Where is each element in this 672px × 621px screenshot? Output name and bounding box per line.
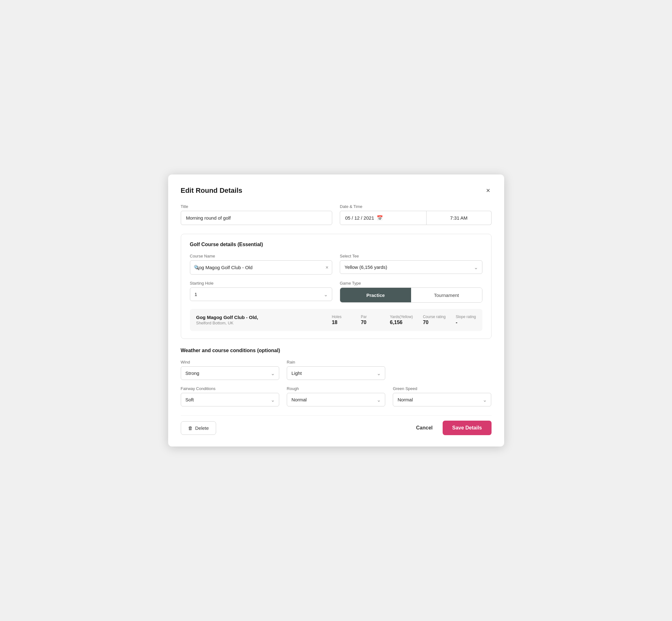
fairway-group: Fairway Conditions Soft Firm Normal ⌄: [181, 386, 279, 406]
slope-rating-value: -: [456, 320, 457, 325]
course-info-location: Shelford Bottom, UK: [196, 321, 322, 325]
rough-label: Rough: [287, 386, 385, 391]
course-name-group: Course Name 🔍 ×: [190, 254, 333, 275]
datetime-field-group: Date & Time 05 / 12 / 2021 📅 7:31 AM: [340, 204, 492, 225]
rain-wrap: Light Heavy None ⌄: [287, 366, 385, 380]
search-icon: 🔍: [194, 265, 200, 271]
datetime-inputs: 05 / 12 / 2021 📅 7:31 AM: [340, 211, 492, 225]
cancel-button[interactable]: Cancel: [414, 421, 435, 434]
title-input[interactable]: [181, 211, 333, 225]
time-value: 7:31 AM: [450, 215, 468, 220]
select-tee-wrap: Yellow (6,156 yards) White Red ⌄: [340, 260, 482, 274]
game-type-label: Game Type: [340, 281, 482, 286]
select-tee-group: Select Tee Yellow (6,156 yards) White Re…: [340, 254, 482, 275]
select-tee-dropdown[interactable]: Yellow (6,156 yards) White Red: [340, 260, 482, 274]
yards-label: Yards(Yellow): [390, 315, 413, 319]
fairway-wrap: Soft Firm Normal ⌄: [181, 393, 279, 406]
hole-gametype-row: Starting Hole 1 2 10 ⌄ Game Type Practic…: [190, 281, 482, 303]
trash-icon: 🗑: [188, 425, 193, 431]
wind-label: Wind: [181, 360, 279, 365]
wind-group: Wind Strong Light None ⌄: [181, 360, 279, 380]
yards-value: 6,156: [390, 320, 403, 325]
green-speed-label: Green Speed: [393, 386, 491, 391]
green-speed-dropdown[interactable]: Normal Fast Slow: [393, 393, 491, 406]
course-info-name-block: Gog Magog Golf Club - Old, Shelford Bott…: [196, 315, 322, 325]
save-button[interactable]: Save Details: [443, 421, 491, 435]
fairway-dropdown[interactable]: Soft Firm Normal: [181, 393, 279, 406]
rain-dropdown[interactable]: Light Heavy None: [287, 366, 385, 380]
course-name-input-wrap: 🔍 ×: [190, 260, 333, 275]
delete-label: Delete: [195, 425, 209, 431]
practice-toggle-button[interactable]: Practice: [340, 288, 411, 302]
course-info-row: Gog Magog Golf Club - Old, Shelford Bott…: [190, 309, 482, 331]
course-stat-par: Par 70: [361, 315, 380, 325]
rain-group: Rain Light Heavy None ⌄: [287, 360, 385, 380]
tournament-toggle-button[interactable]: Tournament: [411, 288, 482, 302]
conditions-section: Weather and course conditions (optional)…: [181, 348, 492, 406]
edit-round-modal: Edit Round Details × Title Date & Time 0…: [168, 174, 504, 447]
fairway-label: Fairway Conditions: [181, 386, 279, 391]
rough-wrap: Normal Thick Thin ⌄: [287, 393, 385, 406]
rough-dropdown[interactable]: Normal Thick Thin: [287, 393, 385, 406]
course-name-clear-button[interactable]: ×: [326, 265, 328, 271]
game-type-toggle: Practice Tournament: [340, 287, 482, 303]
course-name-input[interactable]: [190, 260, 333, 275]
holes-value: 18: [332, 320, 338, 325]
course-name-label: Course Name: [190, 254, 333, 258]
holes-label: Holes: [332, 315, 342, 319]
green-speed-group: Green Speed Normal Fast Slow ⌄: [393, 386, 491, 406]
time-input[interactable]: 7:31 AM: [426, 211, 491, 225]
wind-dropdown[interactable]: Strong Light None: [181, 366, 279, 380]
footer-right: Cancel Save Details: [414, 421, 492, 435]
course-stat-yards: Yards(Yellow) 6,156: [390, 315, 413, 325]
title-field-group: Title: [181, 204, 333, 225]
course-stat-course-rating: Course rating 70: [423, 315, 446, 325]
course-rating-label: Course rating: [423, 315, 446, 319]
golf-course-title: Golf Course details (Essential): [190, 242, 482, 247]
rain-label: Rain: [287, 360, 385, 365]
course-stat-holes: Holes 18: [332, 315, 351, 325]
green-speed-wrap: Normal Fast Slow ⌄: [393, 393, 491, 406]
calendar-icon: 📅: [377, 215, 383, 221]
wind-rain-row: Wind Strong Light None ⌄ Rain Light Heav…: [181, 360, 492, 380]
wind-wrap: Strong Light None ⌄: [181, 366, 279, 380]
starting-hole-wrap: 1 2 10 ⌄: [190, 287, 333, 301]
title-label: Title: [181, 204, 333, 209]
delete-button[interactable]: 🗑 Delete: [181, 421, 216, 435]
course-info-name: Gog Magog Golf Club - Old,: [196, 315, 322, 320]
golf-course-section: Golf Course details (Essential) Course N…: [181, 234, 492, 339]
rough-group: Rough Normal Thick Thin ⌄: [287, 386, 385, 406]
starting-hole-group: Starting Hole 1 2 10 ⌄: [190, 281, 333, 303]
par-value: 70: [361, 320, 367, 325]
datetime-label: Date & Time: [340, 204, 492, 209]
date-value: 05 / 12 / 2021: [345, 215, 374, 220]
select-tee-label: Select Tee: [340, 254, 482, 258]
modal-header: Edit Round Details ×: [181, 186, 492, 195]
starting-hole-label: Starting Hole: [190, 281, 333, 286]
course-stat-slope-rating: Slope rating -: [456, 315, 476, 325]
course-tee-row: Course Name 🔍 × Select Tee Yellow (6,156…: [190, 254, 482, 275]
course-rating-value: 70: [423, 320, 428, 325]
fairway-rough-green-row: Fairway Conditions Soft Firm Normal ⌄ Ro…: [181, 386, 492, 406]
conditions-title: Weather and course conditions (optional): [181, 348, 492, 354]
game-type-group: Game Type Practice Tournament: [340, 281, 482, 303]
footer-row: 🗑 Delete Cancel Save Details: [181, 415, 492, 435]
slope-rating-label: Slope rating: [456, 315, 476, 319]
modal-title: Edit Round Details: [181, 187, 243, 195]
par-label: Par: [361, 315, 367, 319]
date-input[interactable]: 05 / 12 / 2021 📅: [340, 211, 426, 225]
top-row: Title Date & Time 05 / 12 / 2021 📅 7:31 …: [181, 204, 492, 225]
close-button[interactable]: ×: [485, 186, 492, 195]
starting-hole-dropdown[interactable]: 1 2 10: [190, 287, 333, 301]
